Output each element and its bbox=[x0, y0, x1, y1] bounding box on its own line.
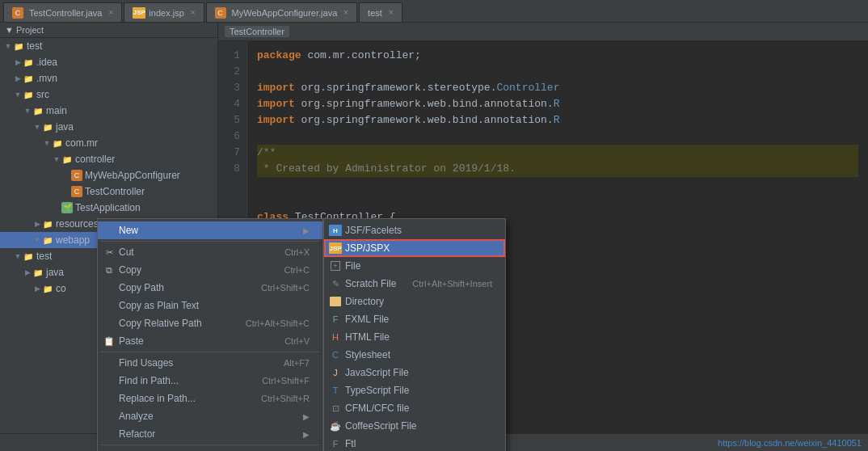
submenu-item-coffee[interactable]: ☕ CoffeeScript File bbox=[324, 417, 505, 435]
menu-item-copy-plain[interactable]: Copy as Plain Text bbox=[98, 297, 322, 314]
tree-header: ▼ Project bbox=[0, 23, 217, 38]
menu-item-find-usages[interactable]: Find Usages Alt+F7 bbox=[98, 354, 322, 372]
code-line-2 bbox=[257, 64, 858, 80]
arrow-icon-analyze: ▶ bbox=[303, 412, 310, 421]
tree-label-idea: .idea bbox=[36, 57, 57, 68]
shortcut-copy-path: Ctrl+Shift+C bbox=[245, 283, 310, 293]
folder-icon-src: 📁 bbox=[23, 89, 34, 100]
context-menu-main: New ▶ ✂ Cut Ctrl+X ⧉ Copy Ctrl+C Copy Pa… bbox=[97, 218, 323, 451]
submenu-label-directory: Directory bbox=[345, 296, 384, 307]
code-line-9 bbox=[257, 177, 858, 193]
shortcut-scratch: Ctrl+Alt+Shift+Insert bbox=[396, 279, 492, 289]
arrow-java-test: ▶ bbox=[23, 268, 32, 277]
submenu-item-js[interactable]: J JavaScript File bbox=[324, 364, 505, 381]
menu-item-find-path[interactable]: Find in Path... Ctrl+Shift+F bbox=[98, 372, 322, 390]
tab-testcontroller[interactable]: C TestController.java × bbox=[3, 2, 122, 22]
tab-close-mywebapp[interactable]: × bbox=[343, 8, 348, 17]
submenu-item-file[interactable]: + File bbox=[324, 257, 505, 275]
menu-label-find-usages: Find Usages bbox=[119, 357, 173, 369]
tab-bar: C TestController.java × JSP index.jsp × … bbox=[0, 0, 868, 23]
menu-item-new[interactable]: New ▶ bbox=[98, 221, 322, 239]
tab-test[interactable]: test × bbox=[359, 2, 402, 22]
tree-item-test-root[interactable]: ▼ 📁 test bbox=[0, 38, 217, 54]
submenu-item-jsp[interactable]: JSP JSP/JSPX bbox=[324, 239, 505, 257]
menu-item-paste[interactable]: 📋 Paste Ctrl+V bbox=[98, 332, 322, 350]
java-icon-testapp: 🌱 bbox=[61, 202, 73, 213]
jsp-icon: JSP bbox=[329, 242, 342, 255]
submenu-item-ftl[interactable]: F Ftl bbox=[324, 435, 505, 451]
tab-close-jsp[interactable]: × bbox=[191, 8, 196, 17]
tree-label-test-src: test bbox=[36, 251, 52, 262]
shortcut-replace-path: Ctrl+Shift+R bbox=[245, 394, 310, 403]
line-num: 7 bbox=[225, 145, 240, 161]
folder-icon-webapp: 📁 bbox=[42, 234, 53, 246]
tree-label-webapp: webapp bbox=[56, 234, 90, 246]
folder-icon-ctrl: 📁 bbox=[61, 154, 73, 165]
folder-icon-main: 📁 bbox=[32, 105, 44, 116]
line-num: 3 bbox=[225, 80, 240, 96]
line-num: 4 bbox=[225, 96, 240, 112]
menu-item-analyze[interactable]: Analyze ▶ bbox=[98, 407, 322, 425]
arrow-icon-new: ▶ bbox=[303, 226, 310, 235]
line-num bbox=[225, 177, 240, 193]
tree-item-src[interactable]: ▼ 📁 src bbox=[0, 86, 217, 103]
submenu-item-ts[interactable]: T TypeScript File bbox=[324, 381, 505, 399]
submenu-label-js: JavaScript File bbox=[345, 367, 409, 378]
tree-item-testapp[interactable]: ▶ 🌱 TestApplication bbox=[0, 200, 217, 216]
tree-item-mvn[interactable]: ▶ 📁 .mvn bbox=[0, 70, 217, 86]
directory-icon bbox=[329, 295, 342, 308]
tree-label-com: com.mr bbox=[65, 137, 98, 149]
submenu-label-ts: TypeScript File bbox=[345, 385, 409, 396]
copy-icon: ⧉ bbox=[103, 263, 116, 276]
tree-item-main[interactable]: ▼ 📁 main bbox=[0, 103, 217, 119]
submenu-item-jsf[interactable]: H JSF/Facelets bbox=[324, 221, 505, 239]
submenu-item-fxml[interactable]: F FXML File bbox=[324, 310, 505, 328]
code-line-5: import org.springframework.web.bind.anno… bbox=[257, 112, 858, 129]
menu-item-copy-path[interactable]: Copy Path Ctrl+Shift+C bbox=[98, 279, 322, 297]
submenu-label-coffee: CoffeeScript File bbox=[345, 420, 416, 432]
ts-icon: T bbox=[329, 384, 342, 397]
menu-item-replace-path[interactable]: Replace in Path... Ctrl+Shift+R bbox=[98, 390, 322, 407]
menu-label-copy-plain: Copy as Plain Text bbox=[119, 300, 199, 311]
tree-item-controller[interactable]: ▼ 📁 controller bbox=[0, 151, 217, 167]
tab-close-icon[interactable]: × bbox=[109, 8, 114, 17]
submenu-label-scratch: Scratch File bbox=[345, 278, 396, 289]
menu-item-refactor[interactable]: Refactor ▶ bbox=[98, 425, 322, 443]
submenu-item-html[interactable]: H HTML File bbox=[324, 328, 505, 346]
submenu-item-directory[interactable]: Directory bbox=[324, 293, 505, 310]
submenu-item-cfml[interactable]: ⊡ CFML/CFC file bbox=[324, 399, 505, 417]
project-title: ▼ Project bbox=[5, 25, 44, 35]
line-num bbox=[225, 193, 240, 209]
menu-item-add-favorites[interactable]: Add to Favorites ▶ bbox=[98, 447, 322, 451]
tree-item-idea[interactable]: ▶ 📁 .idea bbox=[0, 54, 217, 70]
tree-item-mywebapp[interactable]: ▶ C MyWebAppConfigurer bbox=[0, 167, 217, 183]
menu-item-copy-relative[interactable]: Copy Relative Path Ctrl+Alt+Shift+C bbox=[98, 314, 322, 332]
arrow-idea: ▶ bbox=[13, 57, 23, 67]
tree-label-myweb: MyWebAppConfigurer bbox=[85, 170, 180, 181]
menu-item-cut[interactable]: ✂ Cut Ctrl+X bbox=[98, 243, 322, 261]
arrow-test-src: ▼ bbox=[13, 251, 23, 261]
tree-item-com-mr[interactable]: ▼ 📁 com.mr bbox=[0, 135, 217, 151]
tree-item-testcontroller[interactable]: ▶ C TestController bbox=[0, 183, 217, 200]
submenu-item-scratch[interactable]: ✎ Scratch File Ctrl+Alt+Shift+Insert bbox=[324, 275, 505, 293]
folder-icon-res: 📁 bbox=[42, 218, 53, 230]
submenu-label-html: HTML File bbox=[345, 331, 390, 343]
tree-item-java[interactable]: ▼ 📁 java bbox=[0, 119, 217, 135]
tab-close-test[interactable]: × bbox=[389, 8, 394, 17]
java-icon-2: C bbox=[215, 7, 226, 19]
folder-icon-idea: 📁 bbox=[23, 57, 34, 68]
cut-icon: ✂ bbox=[103, 246, 116, 259]
menu-item-copy[interactable]: ⧉ Copy Ctrl+C bbox=[98, 261, 322, 279]
tab-index-jsp[interactable]: JSP index.jsp × bbox=[124, 2, 204, 22]
code-line-6 bbox=[257, 129, 858, 145]
menu-label-analyze: Analyze bbox=[119, 411, 154, 422]
tree-label: test bbox=[27, 40, 42, 52]
new-file-icon: + bbox=[331, 261, 340, 271]
menu-label-paste: Paste bbox=[119, 335, 144, 347]
code-line-7: /** bbox=[257, 145, 858, 161]
line-num: 5 bbox=[225, 112, 240, 129]
tab-mywebapp[interactable]: C MyWebAppConfigurer.java × bbox=[206, 2, 358, 22]
tab-label: TestController.java bbox=[29, 8, 103, 18]
submenu-item-stylesheet[interactable]: C Stylesheet bbox=[324, 346, 505, 364]
submenu-label-jsp: JSP/JSPX bbox=[345, 242, 390, 254]
